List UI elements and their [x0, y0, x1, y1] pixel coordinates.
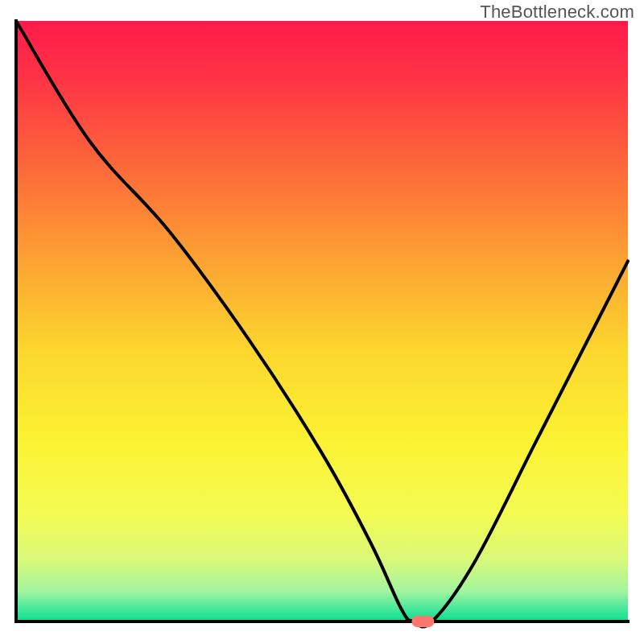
plot-background-gradient [16, 21, 628, 621]
optimal-point-marker [411, 616, 434, 627]
watermark-text: TheBottleneck.com [480, 2, 634, 23]
bottleneck-chart [0, 0, 644, 644]
chart-container: TheBottleneck.com [0, 0, 644, 644]
